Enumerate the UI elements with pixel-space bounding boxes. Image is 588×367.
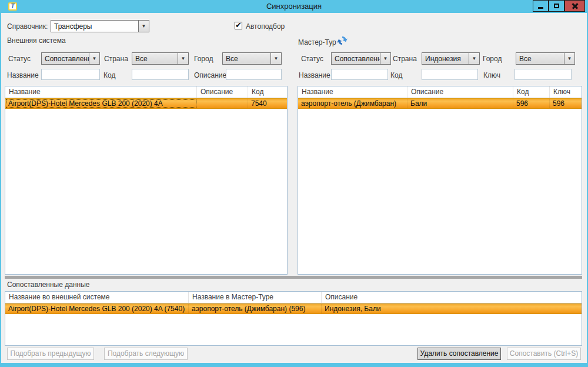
table-row[interactable]: Airport(DPS)-Hotel Mercedes GLB 200 (202…	[5, 303, 582, 314]
chevron-down-icon[interactable]: ▼	[138, 21, 149, 32]
left-city-value: Все	[223, 53, 270, 64]
sync-icon[interactable]	[336, 35, 348, 46]
right-country-value: Индонезия	[422, 53, 469, 64]
left-name-label: Название	[7, 71, 39, 79]
left-status-label: Статус	[8, 55, 31, 63]
cell-name: аэропорт-отель (Джимбаран)	[298, 99, 407, 108]
left-country-value: Все	[132, 53, 178, 64]
table-row[interactable]: Airport(DPS)-Hotel Mercedes GLB 200 (202…	[5, 98, 287, 109]
left-city-combobox[interactable]: Все ▼	[222, 52, 282, 65]
column-header[interactable]: Название во внешней системе	[5, 292, 189, 303]
cell-name: Airport(DPS)-Hotel Mercedes GLB 200 (202…	[5, 99, 197, 108]
close-button[interactable]	[564, 0, 585, 12]
chevron-down-icon[interactable]: ▼	[564, 53, 574, 64]
right-status-label: Статус	[301, 55, 323, 63]
maximize-icon	[554, 4, 559, 8]
cell-code: 596	[513, 99, 550, 108]
table-row[interactable]: аэропорт-отель (Джимбаран) Бали 596 596	[298, 98, 582, 109]
left-name-input[interactable]	[41, 69, 100, 80]
master-tour-table: Название Описание Код Ключ аэропорт-отел…	[298, 86, 582, 275]
left-status-combobox[interactable]: Сопоставленные ▼	[41, 52, 100, 65]
minimize-button[interactable]	[533, 0, 549, 12]
column-header[interactable]: Название	[298, 86, 407, 98]
external-table: Название Описание Код Airport(DPS)-Hotel…	[5, 86, 288, 275]
chevron-down-icon[interactable]: ▼	[89, 53, 99, 64]
right-code-input[interactable]	[422, 69, 478, 80]
column-header[interactable]: Ключ	[550, 86, 582, 98]
matched-table: Название во внешней системе Название в М…	[5, 291, 582, 346]
column-header[interactable]: Описание	[322, 292, 582, 303]
autoselect-label: Автоподбор	[246, 22, 285, 31]
right-name-input[interactable]	[331, 69, 388, 80]
cell-key: 596	[550, 99, 582, 108]
chevron-down-icon[interactable]: ▼	[270, 53, 281, 64]
right-key-label: Ключ	[483, 71, 500, 79]
master-tour-title: Мастер-Тур	[298, 38, 336, 46]
left-description-input[interactable]	[226, 69, 282, 80]
minimize-icon	[538, 7, 543, 9]
match-button[interactable]: Сопоставить (Ctrl+S)	[507, 348, 581, 360]
title-bar: T Синхронизация	[0, 0, 588, 13]
chevron-down-icon[interactable]: ▼	[469, 53, 479, 64]
right-key-input[interactable]	[514, 69, 572, 80]
column-header[interactable]: Описание	[197, 86, 248, 98]
right-name-label: Название	[299, 71, 330, 79]
right-code-label: Код	[390, 71, 402, 79]
autoselect-checkbox[interactable]: ✔	[235, 22, 242, 29]
right-status-combobox[interactable]: Сопоставленные ▼	[331, 52, 391, 65]
cell-description: Индонезия, Бали	[322, 304, 582, 313]
chevron-down-icon[interactable]: ▼	[380, 53, 390, 64]
left-status-value: Сопоставленные	[42, 53, 89, 64]
left-country-label: Страна	[104, 55, 128, 63]
checkmark-icon: ✔	[235, 21, 242, 29]
column-header[interactable]: Код	[248, 86, 287, 98]
delete-mapping-button[interactable]: Удалить сопоставление	[417, 348, 501, 360]
horizontal-splitter[interactable]	[5, 276, 582, 279]
left-code-label: Код	[103, 71, 115, 79]
sync-window: T Синхронизация Справочник: Трансферы ▼ …	[0, 0, 588, 367]
cell-master-tour-name: аэропорт-отель (Джимбаран) (596)	[189, 304, 322, 313]
cell-code: 7540	[248, 99, 287, 108]
column-header[interactable]: Название в Мастер-Туре	[189, 292, 322, 303]
column-header[interactable]: Название	[5, 86, 197, 98]
directory-combobox-value: Трансферы	[51, 21, 138, 32]
cell-external-name: Airport(DPS)-Hotel Mercedes GLB 200 (202…	[5, 304, 189, 313]
matched-data-title: Сопоставленные данные	[7, 281, 89, 289]
external-system-title: Внешняя система	[7, 36, 66, 45]
left-code-input[interactable]	[132, 69, 189, 80]
window-title: Синхронизация	[0, 0, 588, 13]
column-header[interactable]: Описание	[407, 86, 513, 98]
external-table-header: Название Описание Код	[5, 86, 287, 98]
master-tour-table-header: Название Описание Код Ключ	[298, 86, 582, 98]
right-city-value: Все	[516, 53, 564, 64]
right-status-value: Сопоставленные	[332, 53, 380, 64]
cell-description	[197, 99, 248, 108]
right-country-label: Страна	[393, 55, 417, 63]
column-header[interactable]: Код	[513, 86, 550, 98]
right-city-label: Город	[483, 55, 502, 63]
left-description-label: Описание	[194, 71, 226, 79]
matched-table-header: Название во внешней системе Название в М…	[5, 292, 582, 303]
left-city-label: Город	[194, 55, 213, 63]
right-city-combobox[interactable]: Все ▼	[516, 52, 575, 65]
pick-next-button[interactable]: Подобрать следующую	[104, 348, 188, 360]
cell-description: Бали	[407, 99, 513, 108]
left-country-combobox[interactable]: Все ▼	[132, 52, 189, 65]
maximize-button[interactable]	[549, 0, 564, 12]
close-icon	[572, 2, 579, 9]
chevron-down-icon[interactable]: ▼	[178, 53, 188, 64]
directory-combobox[interactable]: Трансферы ▼	[51, 20, 149, 32]
right-country-combobox[interactable]: Индонезия ▼	[422, 52, 480, 65]
pick-previous-button[interactable]: Подобрать предыдущую	[7, 348, 94, 360]
directory-label: Справочник:	[7, 22, 48, 31]
